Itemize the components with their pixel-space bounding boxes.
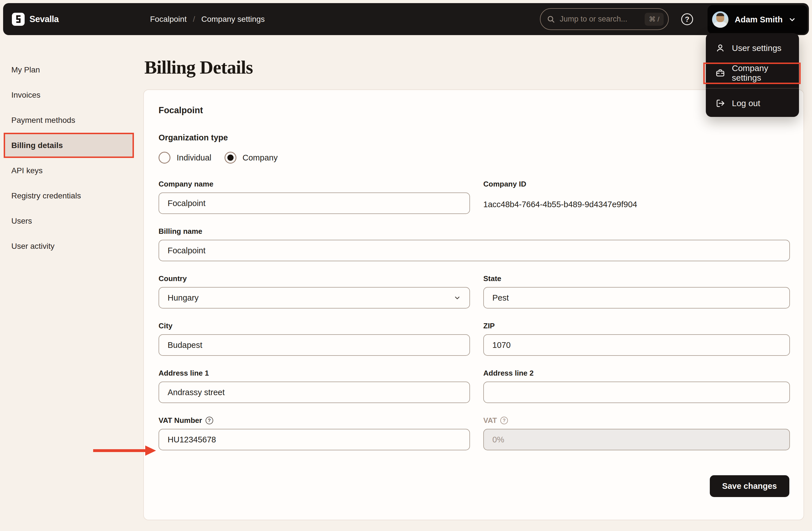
menu-item-label: Company settings [732,63,799,83]
card-title: Focalpoint [159,105,789,116]
organization-type-radio-group: Individual Company [159,151,789,164]
billing-name-input[interactable] [159,240,790,261]
sidebar-item-my-plan[interactable]: My Plan [4,57,134,83]
sidebar-item-users[interactable]: Users [4,208,134,234]
vat-label-text: VAT [483,416,497,425]
menu-item-label: User settings [732,43,781,53]
radio-company-circle[interactable] [224,152,236,164]
chevron-down-icon [453,294,461,301]
address-line-1-group: Address line 1 [159,369,470,403]
state-group: State [483,274,790,309]
sidebar-item-registry-credentials[interactable]: Registry credentials [4,183,134,208]
vat-input [483,429,790,450]
country-select[interactable]: Hungary [159,287,470,309]
briefcase-icon [715,68,725,78]
city-label: City [159,322,470,330]
search-shortcut-badge: ⌘ / [645,13,664,26]
billing-form: Company name Company ID 1acc48b4-7664-4b… [159,180,789,463]
help-button[interactable]: ? [681,13,693,25]
menu-item-label: Log out [732,99,760,108]
sidebar-item-payment-methods[interactable]: Payment methods [4,107,134,133]
address-line-2-group: Address line 2 [483,369,790,403]
company-name-label: Company name [159,180,470,189]
user-dropdown-menu: User settings Company settings Log out [706,33,799,117]
user-icon [715,43,725,53]
breadcrumb: Focalpoint / Company settings [150,3,265,35]
vat-group: VAT ? [483,416,790,450]
sidebar-item-user-activity[interactable]: User activity [4,234,134,259]
vat-number-group: VAT Number ? [159,416,470,450]
vat-number-help-icon[interactable]: ? [205,417,213,424]
sevalla-logo-icon[interactable] [12,13,25,26]
organization-type-label: Organization type [159,133,789,142]
search-icon [547,15,555,24]
billing-name-group: Billing name [159,227,790,261]
brand: Sevalla [12,3,59,35]
zip-label: ZIP [483,322,790,330]
billing-details-card: Focalpoint Organization type Individual … [143,89,804,520]
search-input[interactable]: Jump to or search... ⌘ / [540,8,669,30]
company-id-value: 1acc48b4-7664-4b55-b489-9d4347e9f904 [483,200,790,209]
radio-company[interactable]: Company [224,152,278,164]
chevron-down-icon [789,16,796,23]
page-title: Billing Details [144,57,253,78]
menu-divider [706,88,799,89]
radio-company-label: Company [243,153,278,162]
country-label: Country [159,274,470,283]
menu-item-company-settings[interactable]: Company settings [706,67,799,79]
country-group: Country Hungary [159,274,470,309]
zip-input[interactable] [483,334,790,356]
breadcrumb-separator: / [193,15,195,24]
topbar: Sevalla Focalpoint / Company settings Ju… [3,3,809,35]
company-id-label: Company ID [483,180,790,189]
breadcrumb-project[interactable]: Focalpoint [150,15,187,24]
vat-help-icon[interactable]: ? [500,417,508,424]
billing-name-label: Billing name [159,227,790,236]
sidebar: My Plan Invoices Payment methods Billing… [4,57,134,259]
search-placeholder: Jump to or search... [560,15,640,24]
city-group: City [159,322,470,356]
vat-number-label-text: VAT Number [159,416,202,425]
radio-individual[interactable]: Individual [159,152,212,164]
sidebar-item-api-keys[interactable]: API keys [4,158,134,183]
user-name: Adam Smith [735,15,783,24]
menu-item-user-settings[interactable]: User settings [706,42,799,55]
help-question-icon: ? [685,15,690,24]
company-name-input[interactable] [159,192,470,214]
pixel-s-glyph [15,15,22,24]
sidebar-item-invoices[interactable]: Invoices [4,83,134,107]
vat-number-label: VAT Number ? [159,416,470,425]
save-row: Save changes [159,475,789,497]
save-changes-button[interactable]: Save changes [710,475,789,497]
address-line-2-input[interactable] [483,382,790,403]
brand-name: Sevalla [29,14,59,24]
address-line-1-label: Address line 1 [159,369,470,378]
company-name-group: Company name [159,180,470,214]
country-selected-value: Hungary [168,293,199,303]
address-line-1-input[interactable] [159,382,470,403]
sidebar-item-billing-details[interactable]: Billing details [4,133,134,158]
zip-group: ZIP [483,322,790,356]
menu-item-log-out[interactable]: Log out [706,97,799,110]
state-input[interactable] [483,287,790,309]
city-input[interactable] [159,334,470,356]
state-label: State [483,274,790,283]
avatar [712,11,728,28]
radio-individual-circle[interactable] [159,152,171,164]
company-id-group: Company ID 1acc48b4-7664-4b55-b489-9d434… [483,180,790,214]
log-out-icon [715,99,725,108]
vat-number-input[interactable] [159,429,470,450]
vat-number-annotation-arrow [92,442,157,459]
user-menu-button[interactable]: Adam Smith [708,5,808,34]
address-line-2-label: Address line 2 [483,369,790,378]
radio-individual-label: Individual [177,153,212,162]
vat-label: VAT ? [483,416,790,425]
breadcrumb-section: Company settings [201,15,265,24]
